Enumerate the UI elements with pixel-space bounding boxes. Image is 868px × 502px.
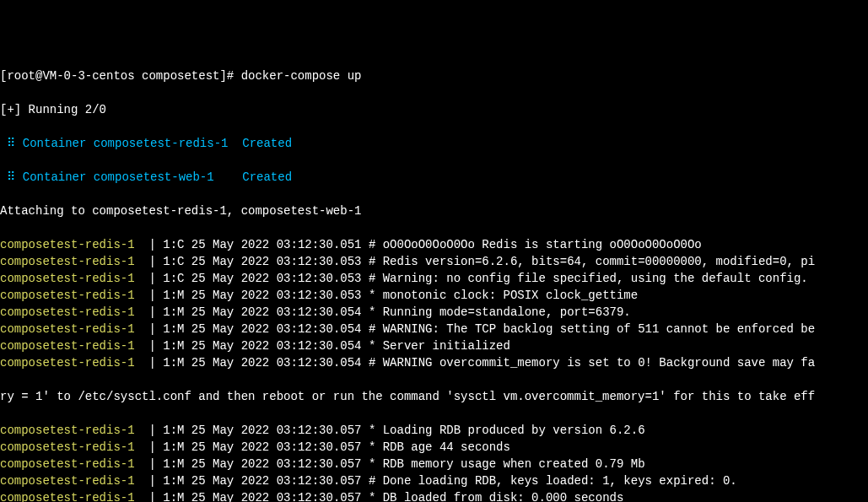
service-name: composetest-redis-1: [0, 272, 148, 285]
log-message: 1:C 25 May 2022 03:12:30.051 # oO0OoO0Oo…: [163, 238, 702, 251]
separator: |: [148, 356, 163, 370]
log-line: composetest-redis-1 | 1:C 25 May 2022 03…: [0, 253, 868, 270]
separator: |: [148, 322, 163, 336]
service-name: composetest-redis-1: [0, 424, 148, 437]
log-line: composetest-redis-1 | 1:M 25 May 2022 03…: [0, 439, 868, 456]
separator: |: [148, 238, 163, 251]
container-state: Created: [242, 170, 292, 184]
log-message: 1:M 25 May 2022 03:12:30.057 * Loading R…: [163, 424, 644, 437]
log-message: 1:M 25 May 2022 03:12:30.057 # Done load…: [163, 474, 737, 488]
log-line: composetest-redis-1 | 1:M 25 May 2022 03…: [0, 337, 868, 354]
service-name: composetest-redis-1: [0, 491, 148, 502]
separator: |: [148, 457, 163, 471]
log-message: 1:M 25 May 2022 03:12:30.057 * DB loaded…: [163, 491, 623, 502]
log-message: 1:M 25 May 2022 03:12:30.054 * Running m…: [163, 305, 631, 319]
log-message: 1:M 25 May 2022 03:12:30.053 * monotonic…: [163, 289, 638, 302]
log-message: 1:M 25 May 2022 03:12:30.057 * RDB memor…: [163, 457, 644, 471]
service-name: composetest-redis-1: [0, 322, 148, 336]
container-status-line: ⠿ Container composetest-web-1 Created: [0, 169, 868, 186]
service-name: composetest-redis-1: [0, 440, 148, 454]
separator: |: [148, 305, 163, 319]
log-message: 1:C 25 May 2022 03:12:30.053 # Warning: …: [163, 272, 808, 285]
shell-prompt: [root@VM-0-3-centos composetest]# docker…: [0, 67, 868, 84]
log-message: 1:M 25 May 2022 03:12:30.054 # WARNING o…: [163, 356, 815, 370]
attaching-line: Attaching to composetest-redis-1, compos…: [0, 202, 868, 219]
service-name: composetest-redis-1: [0, 238, 148, 251]
container-state: Created: [242, 137, 292, 150]
log-line: composetest-redis-1 | 1:M 25 May 2022 03…: [0, 489, 868, 502]
service-name: composetest-redis-1: [0, 305, 148, 319]
service-name: composetest-redis-1: [0, 474, 148, 488]
container-status-line: ⠿ Container composetest-redis-1 Created: [0, 135, 868, 152]
separator: |: [148, 491, 163, 502]
log-line: composetest-redis-1 | 1:M 25 May 2022 03…: [0, 321, 868, 337]
log-line: composetest-redis-1 | 1:M 25 May 2022 03…: [0, 422, 868, 439]
separator: |: [148, 289, 163, 302]
log-wrap-line: ry = 1' to /etc/sysctl.conf and then reb…: [0, 388, 868, 405]
status-running: [+] Running 2/0: [0, 101, 868, 118]
service-name: composetest-redis-1: [0, 255, 148, 268]
log-line: composetest-redis-1 | 1:M 25 May 2022 03…: [0, 354, 868, 371]
log-line: composetest-redis-1 | 1:M 25 May 2022 03…: [0, 472, 868, 489]
log-message: 1:M 25 May 2022 03:12:30.054 # WARNING: …: [163, 322, 815, 336]
log-line: composetest-redis-1 | 1:C 25 May 2022 03…: [0, 236, 868, 253]
service-name: composetest-redis-1: [0, 356, 148, 370]
separator: |: [148, 272, 163, 285]
separator: |: [148, 339, 163, 353]
log-line: composetest-redis-1 | 1:C 25 May 2022 03…: [0, 270, 868, 287]
service-name: composetest-redis-1: [0, 457, 148, 471]
separator: |: [148, 440, 163, 454]
log-line: composetest-redis-1 | 1:M 25 May 2022 03…: [0, 304, 868, 321]
log-message: 1:M 25 May 2022 03:12:30.054 * Server in…: [163, 339, 510, 353]
log-line: composetest-redis-1 | 1:M 25 May 2022 03…: [0, 287, 868, 304]
separator: |: [148, 474, 163, 488]
container-name: ⠿ Container composetest-redis-1: [0, 137, 242, 150]
log-message: 1:M 25 May 2022 03:12:30.057 * RDB age 4…: [163, 440, 510, 454]
separator: |: [148, 424, 163, 437]
log-line: composetest-redis-1 | 1:M 25 May 2022 03…: [0, 456, 868, 472]
separator: |: [148, 255, 163, 268]
service-name: composetest-redis-1: [0, 289, 148, 302]
service-name: composetest-redis-1: [0, 339, 148, 353]
log-message: 1:C 25 May 2022 03:12:30.053 # Redis ver…: [163, 255, 815, 268]
container-name: ⠿ Container composetest-web-1: [0, 170, 242, 184]
